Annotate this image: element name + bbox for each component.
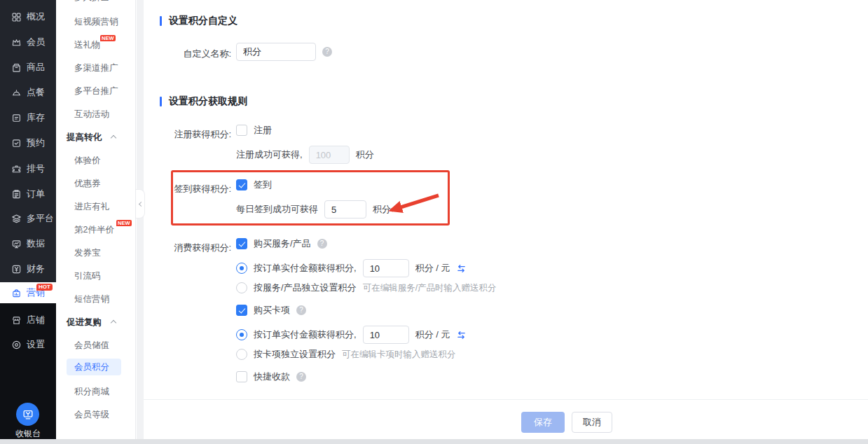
calendar-check-icon: [11, 138, 22, 148]
service-checkbox[interactable]: [236, 238, 247, 249]
sidebar-item-finance[interactable]: 财务: [0, 258, 56, 279]
service-independent-radio[interactable]: [236, 282, 247, 293]
secondary-sidebar: 多人拼团 短视频营销 送礼物NEW 多渠道推广 多平台推广 互动活动 提高转化 …: [56, 0, 136, 439]
sidebar-item-coupon[interactable]: 优惠券: [56, 175, 136, 192]
register-checkbox-row: 注册: [236, 124, 272, 137]
service-order-radio[interactable]: [236, 263, 247, 274]
help-icon[interactable]: ?: [322, 47, 332, 57]
custom-name-row: ?: [236, 43, 332, 61]
sidebar-item-appointments[interactable]: 预约: [0, 132, 56, 153]
section-header-rules: 设置积分获取规则: [160, 95, 247, 108]
sidebar-item-member-level[interactable]: 会员等级: [56, 406, 136, 423]
sidebar-item-marketing[interactable]: 营销 HOT: [0, 282, 56, 303]
help-icon[interactable]: ?: [296, 372, 306, 382]
card-independent-radio[interactable]: [236, 349, 247, 360]
sidebar-item-traffic-code[interactable]: 引流码: [56, 268, 136, 284]
swap-arrows-icon[interactable]: [456, 330, 467, 340]
service-order-input[interactable]: [363, 259, 409, 277]
sidebar-item-shop[interactable]: 店铺: [0, 310, 56, 331]
sidebar-item-clipped[interactable]: 多人拼团: [56, 0, 136, 6]
service-order-radio-row: 按订单实付金额获得积分, 积分 / 元: [236, 259, 467, 277]
card-checkbox-label: 购买卡项: [254, 304, 290, 317]
signin-checkbox-row: 签到: [236, 179, 272, 191]
section-bar: [160, 97, 162, 106]
finance-icon: [11, 264, 22, 275]
register-amount-prefix: 注册成功可获得,: [236, 148, 303, 161]
register-checkbox[interactable]: [236, 125, 247, 136]
sidebar-item-ordering[interactable]: 点餐: [0, 82, 56, 103]
register-row-label: 注册获得积分:: [144, 128, 231, 141]
sidebar-item-queue[interactable]: 排号: [0, 158, 56, 179]
signin-checkbox[interactable]: [236, 179, 247, 190]
cloche-icon: [11, 88, 22, 98]
sidebar-collapse-handle[interactable]: [136, 189, 145, 218]
gear-icon: [11, 340, 22, 350]
card-independent-label: 按卡项独立设置积分: [254, 348, 336, 361]
sidebar-item-orders[interactable]: 订单: [0, 183, 56, 204]
sidebar-item-inventory[interactable]: 库存: [0, 107, 56, 128]
card-order-radio[interactable]: [236, 329, 247, 340]
footer-divider: [144, 399, 868, 400]
monitor-icon: [11, 239, 22, 249]
sidebar-item-multichannel-promo[interactable]: 多渠道推广: [56, 60, 136, 76]
grid-icon: [11, 12, 22, 22]
sidebar-item-goods[interactable]: 商品: [0, 57, 56, 78]
sidebar-item-store-gift[interactable]: 进店有礼: [56, 198, 136, 215]
sidebar-item-second-half-price[interactable]: 第2件半价NEW: [56, 221, 136, 238]
sidebar-item-label: 订单: [27, 188, 45, 200]
quick-pay-checkbox[interactable]: [236, 371, 247, 382]
new-badge: NEW: [100, 35, 116, 41]
card-checkbox-row: 购买卡项 ?: [236, 304, 306, 317]
inventory-icon: [11, 113, 22, 123]
sidebar-item-interactive[interactable]: 互动活动: [56, 106, 136, 123]
sidebar-item-member-stored-value[interactable]: 会员储值: [56, 337, 136, 354]
sidebar-gutter: [137, 0, 144, 439]
ticket-icon: [11, 164, 22, 174]
signin-checkbox-label: 签到: [254, 179, 272, 191]
signin-amount-input[interactable]: [324, 200, 366, 218]
cancel-button[interactable]: 取消: [572, 412, 612, 433]
sidebar-item-points-mall[interactable]: 积分商城: [56, 383, 136, 400]
save-button[interactable]: 保存: [521, 412, 565, 433]
sidebar-item-sms[interactable]: 短信营销: [56, 291, 136, 307]
card-independent-radio-row: 按卡项独立设置积分 可在编辑卡项时输入赠送积分: [236, 348, 456, 361]
clipboard-icon: [11, 189, 22, 200]
primary-sidebar: 概况 会员 商品 点餐 库存 预约 排号 订单: [0, 0, 56, 439]
help-icon[interactable]: ?: [296, 305, 306, 315]
sidebar-item-member-points[interactable]: 会员积分: [67, 359, 121, 375]
sidebar-item-data[interactable]: 数据: [0, 233, 56, 254]
signin-amount-suffix: 积分: [373, 203, 391, 216]
sidebar-item-label: 设置: [27, 338, 45, 351]
app-root: 概况 会员 商品 点餐 库存 预约 排号 订单: [0, 0, 868, 444]
quick-pay-checkbox-row: 快捷收款 ?: [236, 370, 306, 383]
sidebar-item-overview[interactable]: 概况: [0, 6, 56, 27]
card-order-input[interactable]: [363, 326, 409, 344]
sidebar-group-repurchase[interactable]: 促进复购: [56, 314, 136, 331]
service-order-radio-label: 按订单实付金额获得积分,: [254, 262, 357, 275]
sidebar-item-gift[interactable]: 送礼物NEW: [56, 36, 136, 53]
cashier-button[interactable]: [16, 403, 39, 426]
sidebar-group-conversion[interactable]: 提高转化: [56, 129, 136, 146]
section-header-custom: 设置积分自定义: [160, 15, 237, 27]
service-checkbox-label: 购买服务/产品: [254, 237, 311, 250]
help-icon[interactable]: ?: [317, 239, 327, 249]
sidebar-item-settings[interactable]: 设置: [0, 334, 56, 355]
storefront-icon: [11, 315, 22, 326]
sidebar-item-coupon-tool[interactable]: 发券宝: [56, 244, 136, 261]
sidebar-item-members[interactable]: 会员: [0, 32, 56, 53]
service-independent-hint: 可在编辑服务/产品时输入赠送积分: [363, 282, 497, 294]
service-independent-radio-row: 按服务/产品独立设置积分 可在编辑服务/产品时输入赠送积分: [236, 282, 497, 294]
sidebar-item-trial-price[interactable]: 体验价: [56, 152, 136, 169]
card-checkbox[interactable]: [236, 305, 247, 316]
sidebar-item-short-video[interactable]: 短视频营销: [56, 13, 136, 30]
new-badge: NEW: [116, 220, 132, 226]
sidebar-item-label: 排号: [27, 162, 45, 175]
cashier-label: 收银台: [0, 428, 56, 440]
sidebar-item-multiplatform[interactable]: 多平台: [0, 208, 56, 229]
custom-name-input[interactable]: [236, 43, 316, 61]
chevron-up-icon: [111, 320, 116, 326]
main-content: 设置积分自定义 自定义名称: ? 设置积分获取规则 注册获得积分: 注册 注册成…: [144, 0, 868, 439]
swap-arrows-icon[interactable]: [456, 263, 467, 274]
sidebar-item-multiplatform-promo[interactable]: 多平台推广: [56, 83, 136, 99]
card-order-suffix: 积分 / 元: [415, 328, 450, 341]
